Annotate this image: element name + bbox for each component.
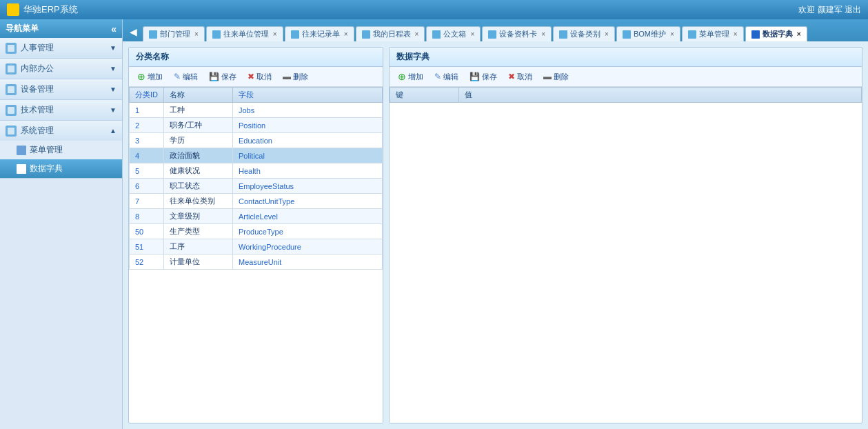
main-layout: 导航菜单 « 人事管理 ▼ 内部办公 ▼ <box>0 19 868 429</box>
category-table-row[interactable]: 4 政治面貌 Political <box>130 148 383 163</box>
delete-icon: ▬ <box>283 72 291 81</box>
tab-device-type-label: 设备类别 <box>570 29 600 39</box>
tab-contact-unit-icon <box>212 30 221 39</box>
tab-my-schedule[interactable]: 我的日程表 × <box>356 26 425 41</box>
cancel-icon: ✖ <box>248 72 254 81</box>
sidebar-item-menu-mgr[interactable]: 菜单管理 <box>0 141 122 159</box>
sidebar-collapse-button[interactable]: « <box>111 23 117 34</box>
sidebar-group-hr-header[interactable]: 人事管理 ▼ <box>0 38 122 58</box>
chevron-up-icon: ▲ <box>110 127 117 134</box>
category-cell-name: 健康状况 <box>164 163 233 179</box>
tab-contact-record-icon <box>291 30 299 39</box>
sidebar-group-sys: 系统管理 ▲ 菜单管理 数据字典 <box>0 121 122 179</box>
tab-device-card-label: 设备资料卡 <box>499 29 537 39</box>
category-table-row[interactable]: 1 工种 Jobs <box>130 103 383 118</box>
category-cell-name: 职工状态 <box>164 179 233 194</box>
tab-doc-icon <box>432 30 441 39</box>
tab-contact-unit[interactable]: 往来单位管理 × <box>206 26 283 41</box>
category-delete-button[interactable]: ▬ 删除 <box>279 70 312 83</box>
dict-panel: 数据字典 ⊕ 增加 ✎ 编辑 💾 保存 ✖ <box>389 47 862 423</box>
sidebar-group-tech-label: 技术管理 <box>21 104 54 116</box>
dict-cancel-button[interactable]: ✖ 取消 <box>504 70 536 83</box>
add-icon: ⊕ <box>398 71 406 82</box>
svg-rect-2 <box>8 86 14 93</box>
sidebar-group-device-header[interactable]: 设备管理 ▼ <box>0 79 122 99</box>
dict-add-button[interactable]: ⊕ 增加 <box>394 70 427 83</box>
category-save-label: 保存 <box>221 72 236 82</box>
category-table-row[interactable]: 50 生产类型 ProduceType <box>130 224 383 239</box>
sidebar-group-tech-header[interactable]: 技术管理 ▼ <box>0 100 122 120</box>
tab-dept-label: 部门管理 <box>160 29 190 39</box>
tab-data-dict-close[interactable]: × <box>797 30 801 38</box>
sidebar-group-hr-label: 人事管理 <box>21 42 54 54</box>
tab-device-type[interactable]: 设备类别 × <box>553 26 615 41</box>
category-table-row[interactable]: 5 健康状况 Health <box>130 163 383 179</box>
category-table-row[interactable]: 3 学历 Education <box>130 133 383 148</box>
sidebar-group-office-header[interactable]: 内部办公 ▼ <box>0 59 122 79</box>
tab-menu-mgr-close[interactable]: × <box>734 30 738 38</box>
sidebar-group-tech: 技术管理 ▼ <box>0 100 122 121</box>
category-save-button[interactable]: 💾 保存 <box>205 70 241 83</box>
tab-menu-mgr[interactable]: 菜单管理 × <box>682 26 744 41</box>
tab-dept[interactable]: 部门管理 × <box>143 26 205 41</box>
dict-save-button[interactable]: 💾 保存 <box>465 70 501 83</box>
tab-dept-close[interactable]: × <box>194 30 199 38</box>
dict-save-label: 保存 <box>482 72 497 82</box>
tabbar: ◀ 部门管理 × 往来单位管理 × 往来记录单 × 我的日程表 × <box>123 19 868 41</box>
tab-bom-close[interactable]: × <box>670 30 674 38</box>
tab-bom-label: BOM维护 <box>634 29 666 39</box>
category-col-field: 字段 <box>233 88 383 103</box>
save-icon: 💾 <box>209 72 219 81</box>
category-cell-id: 1 <box>130 103 164 118</box>
tab-contact-unit-label: 往来单位管理 <box>223 29 269 39</box>
category-cell-id: 2 <box>130 118 164 133</box>
category-cell-id: 52 <box>130 255 164 270</box>
tab-doc[interactable]: 公文箱 × <box>426 26 481 41</box>
sidebar-item-data-dict[interactable]: 数据字典 <box>0 159 122 178</box>
dict-delete-button[interactable]: ▬ 删除 <box>539 70 573 83</box>
category-cell-id: 5 <box>130 163 164 179</box>
category-col-name: 名称 <box>164 88 233 103</box>
tab-device-type-close[interactable]: × <box>605 30 609 38</box>
category-cell-name: 生产类型 <box>164 224 233 239</box>
tab-bom[interactable]: BOM维护 × <box>616 26 680 41</box>
category-table-row[interactable]: 7 往来单位类别 ContactUnitType <box>130 194 383 209</box>
tab-contact-record-close[interactable]: × <box>344 30 348 38</box>
tab-doc-close[interactable]: × <box>470 30 474 38</box>
category-table-row[interactable]: 51 工序 WorkingProcedure <box>130 239 383 255</box>
tab-menu-mgr-icon <box>688 30 696 39</box>
category-add-button[interactable]: ⊕ 增加 <box>133 70 167 83</box>
tab-my-schedule-label: 我的日程表 <box>373 29 411 39</box>
dict-cancel-label: 取消 <box>517 72 532 82</box>
chevron-down-icon: ▼ <box>110 106 117 114</box>
dict-edit-button[interactable]: ✎ 编辑 <box>430 70 463 83</box>
content-area: ◀ 部门管理 × 往来单位管理 × 往来记录单 × 我的日程表 × <box>123 19 868 429</box>
tab-device-card[interactable]: 设备资料卡 × <box>482 26 552 41</box>
sidebar: 导航菜单 « 人事管理 ▼ 内部办公 ▼ <box>0 19 123 429</box>
category-cell-id: 4 <box>130 148 164 163</box>
tab-contact-record[interactable]: 往来记录单 × <box>285 26 354 41</box>
tab-contact-unit-close[interactable]: × <box>273 30 277 38</box>
category-table-row[interactable]: 6 职工状态 EmployeeStatus <box>130 179 383 194</box>
category-table-row[interactable]: 8 文章级别 ArticleLevel <box>130 209 383 224</box>
tab-scroll-left[interactable]: ◀ <box>125 23 141 40</box>
chevron-down-icon: ▼ <box>110 65 117 72</box>
category-edit-button[interactable]: ✎ 编辑 <box>170 70 202 83</box>
sidebar-group-sys-header[interactable]: 系统管理 ▲ <box>0 121 122 141</box>
category-table-row[interactable]: 52 计量单位 MeasureUnit <box>130 255 383 270</box>
tab-device-card-icon <box>488 30 496 39</box>
category-cell-name: 往来单位类别 <box>164 194 233 209</box>
tab-my-schedule-close[interactable]: × <box>415 30 419 38</box>
category-cancel-button[interactable]: ✖ 取消 <box>243 70 276 83</box>
tab-data-dict-icon <box>751 30 760 39</box>
category-panel: 分类名称 ⊕ 增加 ✎ 编辑 💾 保存 ✖ <box>128 47 383 423</box>
sidebar-group-office: 内部办公 ▼ <box>0 59 122 79</box>
category-table-row[interactable]: 2 职务/工种 Position <box>130 118 383 133</box>
category-cell-id: 51 <box>130 239 164 255</box>
category-cell-field: Jobs <box>233 103 383 118</box>
sidebar-group-sys-label: 系统管理 <box>21 125 54 137</box>
sidebar-header: 导航菜单 « <box>0 19 122 38</box>
tab-device-card-close[interactable]: × <box>541 30 545 38</box>
tab-menu-mgr-label: 菜单管理 <box>699 29 729 39</box>
tab-data-dict[interactable]: 数据字典 × <box>745 26 807 41</box>
